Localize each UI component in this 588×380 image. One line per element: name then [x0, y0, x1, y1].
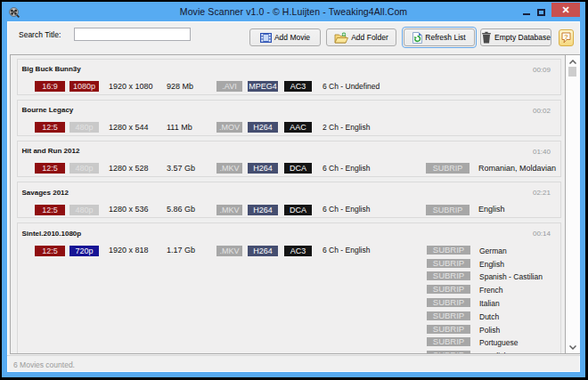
svg-text:?: ?	[564, 33, 568, 41]
